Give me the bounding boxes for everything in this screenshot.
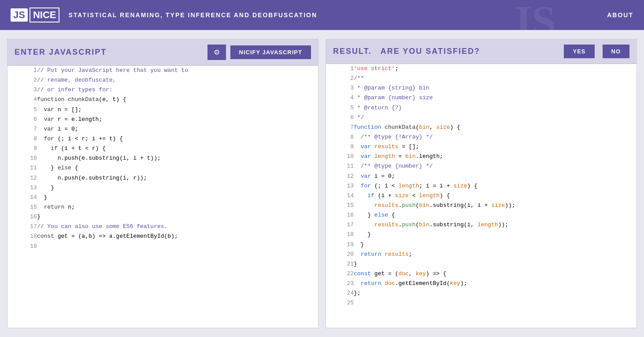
code-content: [354, 298, 637, 308]
table-row: 18 }: [326, 230, 637, 240]
code-content: } else {: [37, 163, 318, 173]
line-number: 10: [326, 152, 354, 161]
table-row: 20 return results;: [326, 250, 637, 259]
line-number: 19: [7, 242, 37, 251]
left-panel: ENTER JAVASCRIPT ⚙ NICIFY JAVASCRIPT 1 /…: [7, 39, 318, 328]
table-row: 22 const get = (doc, key) => {: [326, 269, 637, 279]
code-content: [37, 242, 318, 251]
line-number: 13: [326, 181, 354, 191]
line-number: 2: [326, 74, 354, 83]
code-content: }: [354, 240, 637, 250]
table-row: 3 // or infer types for:: [7, 85, 318, 95]
header-watermark: JS: [509, 0, 556, 30]
code-content: var i = 0;: [37, 124, 318, 134]
code-content: }: [354, 259, 637, 269]
line-number: 20: [326, 250, 354, 259]
line-number: 8: [7, 134, 37, 144]
left-code-area[interactable]: 1 // Put your JavaScript here that you w…: [7, 66, 318, 328]
table-row: 10 n.push(e.substring(i, i + t));: [7, 154, 318, 163]
left-code-table: 1 // Put your JavaScript here that you w…: [7, 66, 318, 251]
line-number: 7: [7, 124, 37, 134]
right-code-area[interactable]: 1 'use strict'; 2 /** 3 * @param {string…: [326, 64, 637, 328]
line-number: 9: [7, 144, 37, 154]
code-content: }: [354, 230, 637, 240]
table-row: 7 var i = 0;: [7, 124, 318, 134]
table-row: 11 /** @type {number} */: [326, 161, 637, 171]
table-row: 2 /**: [326, 74, 637, 83]
line-number: 17: [326, 220, 354, 230]
yes-button[interactable]: YES: [564, 45, 594, 58]
table-row: 11 } else {: [7, 163, 318, 173]
code-content: }: [37, 183, 318, 193]
code-content: }: [37, 193, 318, 202]
line-number: 24: [326, 288, 354, 298]
table-row: 25: [326, 298, 637, 308]
line-number: 6: [7, 115, 37, 124]
code-content: n.push(e.substring(i, i + t));: [37, 154, 318, 163]
about-link[interactable]: ABOUT: [607, 11, 633, 19]
code-content: 'use strict';: [354, 64, 637, 74]
code-content: var r = e.length;: [37, 115, 318, 124]
code-content: // Put your JavaScript here that you wan…: [37, 66, 318, 75]
header: JS JS NICE STATISTICAL RENAMING, TYPE IN…: [0, 0, 644, 30]
nicify-button[interactable]: NICIFY JAVASCRIPT: [230, 45, 311, 59]
line-number: 6: [326, 113, 354, 123]
code-content: var i = 0;: [354, 172, 637, 181]
table-row: 16 } else {: [326, 210, 637, 220]
code-content: // or infer types for:: [37, 85, 318, 95]
line-number: 5: [326, 103, 354, 113]
table-row: 5 * @return {?}: [326, 103, 637, 113]
line-number: 1: [326, 64, 354, 74]
code-content: for (; i < r; i += t) {: [37, 134, 318, 144]
table-row: 18 const get = (a,b) => a.getElementById…: [7, 232, 318, 241]
right-code-table: 1 'use strict'; 2 /** 3 * @param {string…: [326, 64, 637, 308]
line-number: 14: [326, 191, 354, 201]
gear-button[interactable]: ⚙: [207, 45, 226, 60]
line-number: 21: [326, 259, 354, 269]
table-row: 16 }: [7, 212, 318, 222]
code-content: }: [37, 212, 318, 222]
table-row: 4 function chunkData(e, t) {: [7, 95, 318, 105]
header-title: STATISTICAL RENAMING, TYPE INFERENCE AND…: [68, 11, 317, 19]
table-row: 8 for (; i < r; i += t) {: [7, 134, 318, 144]
right-panel: RESULT. ARE YOU SATISFIED? YES NO 1 'use…: [326, 39, 637, 328]
code-content: /** @type {!Array} */: [354, 132, 637, 142]
code-content: /**: [354, 74, 637, 83]
logo-nice: NICE: [30, 7, 60, 22]
table-row: 17 // You can also use some ES6 features…: [7, 222, 318, 232]
table-row: 7 function chunkData(bin, size) {: [326, 123, 637, 132]
code-content: * @param {number} size: [354, 93, 637, 103]
code-content: return doc.getElementById(key);: [354, 279, 637, 288]
table-row: 8 /** @type {!Array} */: [326, 132, 637, 142]
line-number: 5: [7, 105, 37, 115]
line-number: 3: [7, 85, 37, 95]
line-number: 18: [326, 230, 354, 240]
code-content: if (i + t < r) {: [37, 144, 318, 154]
table-row: 24 };: [326, 288, 637, 298]
line-number: 22: [326, 269, 354, 279]
code-content: /** @type {number} */: [354, 161, 637, 171]
table-row: 10 var length = bin.length;: [326, 152, 637, 161]
no-button[interactable]: NO: [603, 45, 630, 58]
table-row: 19: [7, 242, 318, 251]
code-content: const get = (doc, key) => {: [354, 269, 637, 279]
right-panel-subtitle: ARE YOU SATISFIED?: [381, 47, 480, 56]
line-number: 19: [326, 240, 354, 250]
table-row: 12 var i = 0;: [326, 172, 637, 181]
line-number: 3: [326, 83, 354, 93]
table-row: 13 }: [7, 183, 318, 193]
table-row: 14 if (i + size < length) {: [326, 191, 637, 201]
line-number: 2: [7, 75, 37, 85]
code-content: return results;: [354, 250, 637, 259]
code-content: results.push(bin.substring(i, i + size))…: [354, 201, 637, 210]
line-number: 14: [7, 193, 37, 202]
code-content: for (; i < length; i = i + size) {: [354, 181, 637, 191]
left-panel-header: ENTER JAVASCRIPT ⚙ NICIFY JAVASCRIPT: [7, 39, 318, 66]
table-row: 17 results.push(bin.substring(i, length)…: [326, 220, 637, 230]
code-content: n.push(e.substring(i, r));: [37, 173, 318, 183]
table-row: 5 var n = [];: [7, 105, 318, 115]
code-content: };: [354, 288, 637, 298]
code-content: return n;: [37, 202, 318, 212]
right-panel-title: RESULT.: [333, 47, 372, 56]
line-number: 11: [326, 161, 354, 171]
